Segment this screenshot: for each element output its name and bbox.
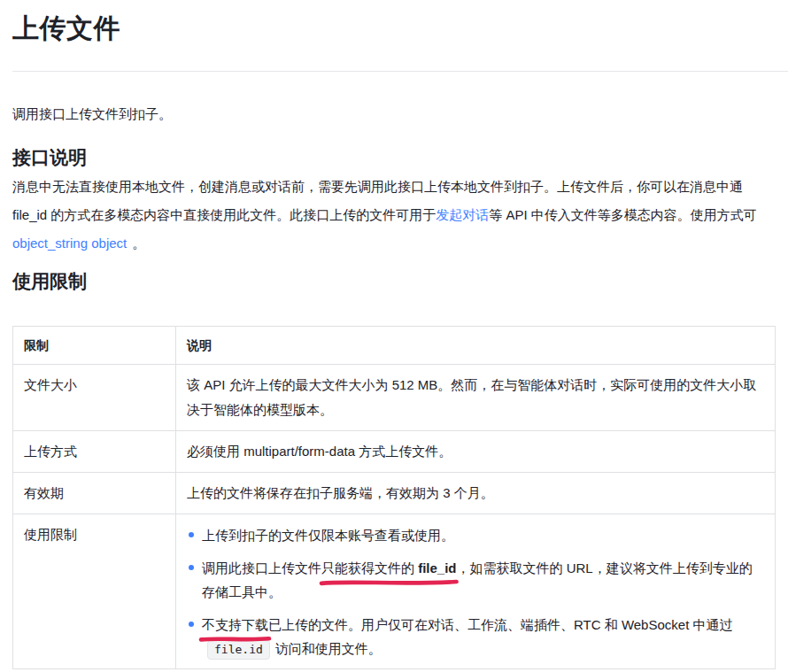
row-desc-validity: 上传的文件将保存在扣子服务端，有效期为 3 个月。 xyxy=(176,473,776,514)
row-label-usage: 使用限制 xyxy=(13,514,176,669)
bullet-dot-icon xyxy=(189,565,194,570)
usage-bullet-2-pre: 调用此接口上传文件 xyxy=(202,560,321,575)
doc-page: 上传文件 调用接口上传文件到扣子。 接口说明 消息中无法直接使用本地文件，创建消… xyxy=(0,0,788,672)
row-desc-upload-method: 必须使用 multipart/form-data 方式上传文件。 xyxy=(176,431,776,473)
object-string-object-link[interactable]: object_string object xyxy=(12,236,127,251)
table-row: 上传方式 必须使用 multipart/form-data 方式上传文件。 xyxy=(13,431,776,473)
list-item: 调用此接口上传文件只能获得文件的 file_id，如需获取文件的 URL，建议将… xyxy=(187,556,764,604)
api-desc-line3: object_string object。 xyxy=(12,229,788,258)
usage-bullet-2-underlined: 只能获得文件的 xyxy=(321,560,418,575)
bullet-dot-icon xyxy=(189,532,194,537)
table-row: 使用限制 上传到扣子的文件仅限本账号查看或使用。 调用此接口上传文件只能获得文件… xyxy=(13,514,776,669)
usage-bullet-3-mid: 已上传的文件。用户仅可在对话、工作流、端插件、RTC 和 WebSocket 中… xyxy=(268,617,733,632)
red-underline-annotation: 只能获得文件的 file_id xyxy=(321,556,457,580)
row-desc-usage: 上传到扣子的文件仅限本账号查看或使用。 调用此接口上传文件只能获得文件的 fil… xyxy=(176,514,776,669)
red-underline-annotation: 不支持下载 xyxy=(202,613,268,637)
intro-text: 调用接口上传文件到扣子。 xyxy=(12,104,788,123)
divider xyxy=(12,71,788,72)
list-item: 上传到扣子的文件仅限本账号查看或使用。 xyxy=(187,523,764,547)
usage-bullet-1: 上传到扣子的文件仅限本账号查看或使用。 xyxy=(202,528,454,543)
table-header-row: 限制 说明 xyxy=(13,327,776,365)
limits-table: 限制 说明 文件大小 该 API 允许上传的最大文件大小为 512 MB。然而，… xyxy=(12,326,776,669)
api-description: 消息中无法直接使用本地文件，创建消息或对话前，需要先调用此接口上传本地文件到扣子… xyxy=(12,173,788,258)
usage-limits-list: 上传到扣子的文件仅限本账号查看或使用。 调用此接口上传文件只能获得文件的 fil… xyxy=(187,523,764,660)
api-desc-line3-end: 。 xyxy=(132,236,145,251)
row-label-file-size: 文件大小 xyxy=(13,365,176,431)
row-label-validity: 有效期 xyxy=(13,473,176,514)
api-desc-line2: file_id 的方式在多模态内容中直接使用此文件。此接口上传的文件可用于发起对… xyxy=(12,201,788,229)
section-heading-limits: 使用限制 xyxy=(12,269,788,293)
table-row: 有效期 上传的文件将保存在扣子服务端，有效期为 3 个月。 xyxy=(13,473,776,514)
api-desc-line2-post: 等 API 中传入文件等多模态内容。使用方式可 xyxy=(489,207,757,222)
row-label-upload-method: 上传方式 xyxy=(13,431,176,473)
file-id-bold: file_id xyxy=(418,560,456,575)
column-header-restriction: 限制 xyxy=(13,327,176,365)
bullet-dot-icon xyxy=(189,622,194,627)
section-heading-api: 接口说明 xyxy=(12,145,788,169)
usage-bullet-3-underlined: 不支持下载 xyxy=(202,617,268,632)
api-desc-line1: 消息中无法直接使用本地文件，创建消息或对话前，需要先调用此接口上传本地文件到扣子… xyxy=(12,173,788,201)
api-desc-line2-pre: file_id 的方式在多模态内容中直接使用此文件。此接口上传的文件可用于 xyxy=(12,207,436,222)
table-row: 文件大小 该 API 允许上传的最大文件大小为 512 MB。然而，在与智能体对… xyxy=(13,365,776,431)
page-title: 上传文件 xyxy=(12,12,788,44)
usage-bullet-3-post: 访问和使用文件。 xyxy=(275,641,382,656)
column-header-description: 说明 xyxy=(176,327,776,365)
list-item: 不支持下载已上传的文件。用户仅可在对话、工作流、端插件、RTC 和 WebSoc… xyxy=(187,613,764,660)
start-conversation-link[interactable]: 发起对话 xyxy=(436,207,489,222)
row-desc-file-size: 该 API 允许上传的最大文件大小为 512 MB。然而，在与智能体对话时，实际… xyxy=(176,365,776,431)
file-id-code-chip: file.id xyxy=(207,640,270,660)
